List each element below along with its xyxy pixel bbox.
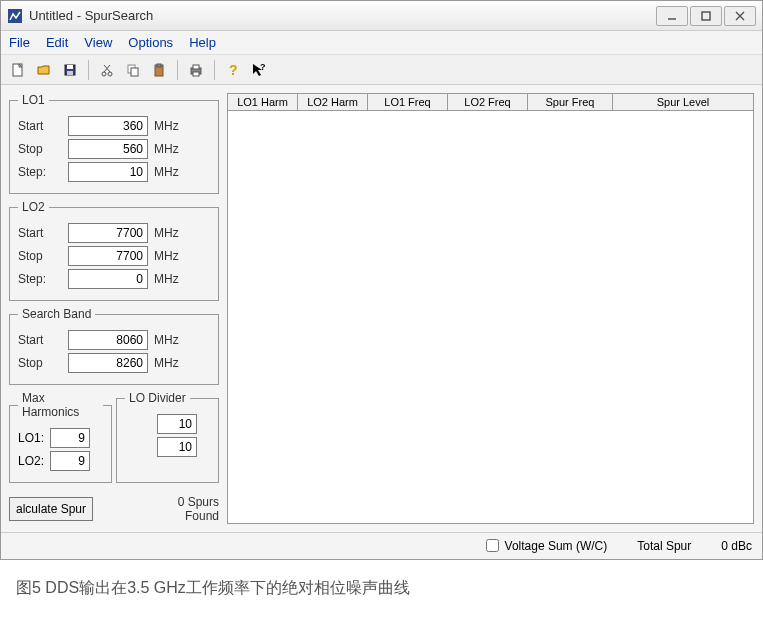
results-panel: LO1 Harm LO2 Harm LO1 Freq LO2 Freq Spur…	[227, 93, 754, 524]
svg-text:?: ?	[260, 62, 266, 72]
sb-stop-unit: MHz	[154, 356, 179, 370]
svg-rect-8	[67, 71, 73, 75]
calculate-button[interactable]: alculate Spur	[9, 497, 93, 521]
col-spur-freq[interactable]: Spur Freq	[528, 94, 613, 110]
lo2-step-unit: MHz	[154, 272, 179, 286]
paste-icon[interactable]	[148, 59, 170, 81]
spurs-label: Found	[103, 509, 219, 523]
spurs-count: 0 Spurs	[103, 495, 219, 509]
lo1-legend: LO1	[18, 93, 49, 107]
col-lo1-freq[interactable]: LO1 Freq	[368, 94, 448, 110]
figure-caption: 图5 DDS输出在3.5 GHz工作频率下的绝对相位噪声曲线	[16, 578, 763, 599]
toolbar: ? ?	[1, 55, 762, 85]
new-icon[interactable]	[7, 59, 29, 81]
toolbar-sep	[177, 60, 178, 80]
lodiv-group: LO Divider	[116, 391, 219, 483]
table-header: LO1 Harm LO2 Harm LO1 Freq LO2 Freq Spur…	[227, 93, 754, 111]
lo2-start-unit: MHz	[154, 226, 179, 240]
window-title: Untitled - SpurSearch	[29, 8, 654, 23]
minimize-button[interactable]	[656, 6, 688, 26]
svg-point-9	[102, 72, 106, 76]
col-spur-level[interactable]: Spur Level	[613, 94, 753, 110]
lo1-step-label: Step:	[18, 165, 68, 179]
help-icon[interactable]: ?	[222, 59, 244, 81]
status-bar: Voltage Sum (W/C) Total Spur 0 dBc	[1, 532, 762, 559]
voltage-sum-label: Voltage Sum (W/C)	[505, 539, 608, 553]
col-lo2-harm[interactable]: LO2 Harm	[298, 94, 368, 110]
close-button[interactable]	[724, 6, 756, 26]
svg-rect-19	[193, 72, 199, 76]
spurs-found: 0 Spurs Found	[103, 495, 219, 524]
lo1-start-label: Start	[18, 119, 68, 133]
maxharm-legend: Max Harmonics	[18, 391, 103, 419]
maxharm-lo2-input[interactable]	[50, 451, 90, 471]
lo1-start-input[interactable]	[68, 116, 148, 136]
voltage-sum-check-input[interactable]	[486, 539, 499, 552]
sb-stop-label: Stop	[18, 356, 68, 370]
menu-file[interactable]: File	[9, 35, 30, 50]
lodiv-1-input[interactable]	[157, 414, 197, 434]
voltage-sum-checkbox[interactable]: Voltage Sum (W/C)	[486, 539, 608, 553]
toolbar-sep	[88, 60, 89, 80]
lo2-legend: LO2	[18, 200, 49, 214]
lo1-stop-input[interactable]	[68, 139, 148, 159]
copy-icon[interactable]	[122, 59, 144, 81]
lodiv-2-input[interactable]	[157, 437, 197, 457]
lo1-step-input[interactable]	[68, 162, 148, 182]
maximize-button[interactable]	[690, 6, 722, 26]
lo2-start-input[interactable]	[68, 223, 148, 243]
lo2-stop-input[interactable]	[68, 246, 148, 266]
searchband-legend: Search Band	[18, 307, 95, 321]
lo1-stop-unit: MHz	[154, 142, 179, 156]
menu-view[interactable]: View	[84, 35, 112, 50]
svg-rect-14	[131, 68, 138, 76]
table-body[interactable]	[227, 111, 754, 524]
toolbar-sep	[214, 60, 215, 80]
left-panel: LO1 Start MHz Stop MHz Step: MHz	[9, 93, 219, 524]
lo2-step-label: Step:	[18, 272, 68, 286]
context-help-icon[interactable]: ?	[248, 59, 270, 81]
svg-rect-18	[193, 65, 199, 69]
lo2-stop-unit: MHz	[154, 249, 179, 263]
app-window: Untitled - SpurSearch File Edit View Opt…	[0, 0, 763, 560]
sb-start-input[interactable]	[68, 330, 148, 350]
save-icon[interactable]	[59, 59, 81, 81]
lo2-stop-label: Stop	[18, 249, 68, 263]
svg-point-10	[108, 72, 112, 76]
menu-bar: File Edit View Options Help	[1, 31, 762, 55]
lo1-group: LO1 Start MHz Stop MHz Step: MHz	[9, 93, 219, 194]
title-bar: Untitled - SpurSearch	[1, 1, 762, 31]
maxharm-lo2-label: LO2:	[18, 454, 50, 468]
lo1-start-unit: MHz	[154, 119, 179, 133]
sb-start-unit: MHz	[154, 333, 179, 347]
lo1-step-unit: MHz	[154, 165, 179, 179]
cut-icon[interactable]	[96, 59, 118, 81]
total-spur-label: Total Spur	[637, 539, 691, 553]
menu-options[interactable]: Options	[128, 35, 173, 50]
lo2-step-input[interactable]	[68, 269, 148, 289]
content-area: LO1 Start MHz Stop MHz Step: MHz	[1, 85, 762, 532]
print-icon[interactable]	[185, 59, 207, 81]
app-icon	[7, 8, 23, 24]
total-spur-value: 0 dBc	[721, 539, 752, 553]
lo2-start-label: Start	[18, 226, 68, 240]
maxharm-lo1-label: LO1:	[18, 431, 50, 445]
col-lo2-freq[interactable]: LO2 Freq	[448, 94, 528, 110]
window-buttons	[654, 6, 756, 26]
sb-stop-input[interactable]	[68, 353, 148, 373]
maxharm-lo1-input[interactable]	[50, 428, 90, 448]
menu-help[interactable]: Help	[189, 35, 216, 50]
svg-rect-2	[702, 12, 710, 20]
maxharm-group: Max Harmonics LO1: LO2:	[9, 391, 112, 483]
svg-text:?: ?	[229, 62, 238, 78]
lodiv-legend: LO Divider	[125, 391, 190, 405]
col-lo1-harm[interactable]: LO1 Harm	[228, 94, 298, 110]
menu-edit[interactable]: Edit	[46, 35, 68, 50]
svg-rect-16	[157, 64, 161, 67]
searchband-group: Search Band Start MHz Stop MHz	[9, 307, 219, 385]
lo1-stop-label: Stop	[18, 142, 68, 156]
svg-rect-7	[67, 65, 73, 69]
sb-start-label: Start	[18, 333, 68, 347]
lo2-group: LO2 Start MHz Stop MHz Step: MHz	[9, 200, 219, 301]
open-icon[interactable]	[33, 59, 55, 81]
